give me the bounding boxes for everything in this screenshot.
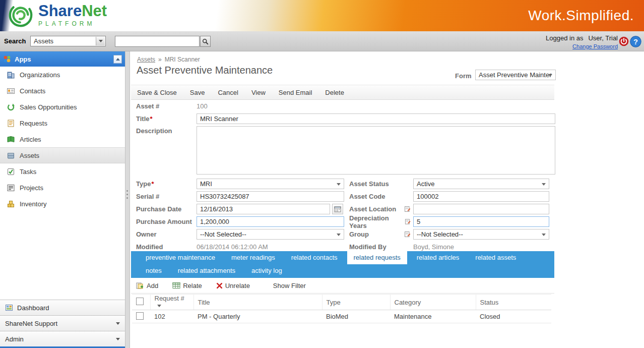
edit-note-icon[interactable] bbox=[405, 218, 411, 225]
logout-power-icon[interactable] bbox=[619, 36, 629, 48]
calendar-icon bbox=[334, 206, 341, 212]
search-input[interactable] bbox=[115, 36, 200, 47]
column-header-status[interactable]: Status bbox=[476, 295, 551, 310]
column-header-category[interactable]: Category bbox=[390, 295, 476, 310]
title-input[interactable] bbox=[197, 113, 555, 124]
sidebar-section-admin[interactable]: Admin bbox=[0, 331, 125, 348]
asset-form: Asset # 100 Title* Description Type* MRI… bbox=[136, 101, 555, 254]
cell-title: PM - Quarterly bbox=[194, 310, 322, 323]
sidebar-item-tasks[interactable]: Tasks bbox=[0, 163, 125, 180]
save-button[interactable]: Save bbox=[190, 89, 205, 96]
select-all-checkbox[interactable] bbox=[136, 298, 144, 305]
relate-button[interactable]: Relate bbox=[172, 282, 202, 289]
view-button[interactable]: View bbox=[251, 89, 266, 96]
tab-related-requests[interactable]: related requests bbox=[347, 251, 407, 264]
tab-related-articles[interactable]: related articles bbox=[410, 251, 466, 264]
edit-note-icon[interactable] bbox=[404, 231, 411, 238]
add-button[interactable]: Add bbox=[136, 282, 158, 289]
sidebar-item-articles[interactable]: Articles bbox=[0, 131, 125, 147]
support-label: ShareNet Support bbox=[5, 320, 57, 327]
asset-code-input[interactable] bbox=[413, 191, 549, 202]
delete-button[interactable]: Delete bbox=[325, 89, 344, 96]
show-filter-button[interactable]: Show Filter bbox=[273, 282, 306, 289]
tab-preventive-maintenance[interactable]: preventive maintenance bbox=[139, 251, 222, 264]
search-icon bbox=[202, 38, 209, 45]
sidebar: Apps Organizations Contacts Sales Opport… bbox=[0, 51, 125, 348]
send-email-button[interactable]: Send Email bbox=[279, 89, 312, 96]
help-icon[interactable]: ? bbox=[630, 36, 641, 49]
table-row[interactable]: 102 PM - Quarterly BioMed Maintenance Cl… bbox=[132, 310, 551, 323]
cell-category: Maintenance bbox=[390, 310, 476, 323]
group-select[interactable]: --Not Selected-- bbox=[413, 229, 549, 240]
modified-label: Modified bbox=[136, 243, 197, 251]
asset-location-input[interactable] bbox=[413, 204, 549, 214]
depreciation-years-input[interactable] bbox=[413, 216, 549, 227]
splitter-handle-icon bbox=[126, 190, 128, 199]
sidebar-item-requests[interactable]: Requests bbox=[0, 115, 125, 131]
chevron-down-icon bbox=[542, 183, 546, 186]
column-header-title[interactable]: Title bbox=[194, 295, 322, 310]
sidebar-section-sharenet-support[interactable]: ShareNet Support bbox=[0, 315, 125, 331]
required-asterisk: * bbox=[150, 115, 153, 123]
tab-related-attachments[interactable]: related attachments bbox=[171, 264, 242, 277]
apps-header[interactable]: Apps bbox=[0, 51, 125, 67]
sidebar-item-inventory[interactable]: Inventory bbox=[0, 196, 125, 212]
asset-code-label: Asset Code bbox=[349, 193, 413, 200]
calendar-button[interactable] bbox=[332, 204, 343, 214]
chevron-down-icon bbox=[96, 37, 105, 45]
tab-related-assets[interactable]: related assets bbox=[469, 251, 523, 264]
sidebar-item-contacts[interactable]: Contacts bbox=[0, 83, 125, 99]
collapse-apps-button[interactable] bbox=[113, 55, 122, 64]
form-picker-label: Form bbox=[455, 72, 472, 80]
cancel-button[interactable]: Cancel bbox=[218, 89, 238, 96]
sidebar-item-label: Assets bbox=[20, 152, 39, 159]
sidebar-item-label: Sales Opportunities bbox=[20, 103, 77, 111]
search-category-value: Assets bbox=[34, 37, 53, 45]
purchase-date-label: Purchase Date bbox=[136, 205, 197, 213]
modified-by-label: Modified By bbox=[349, 243, 413, 251]
tab-notes[interactable]: notes bbox=[139, 264, 168, 277]
form-picker-select[interactable]: Asset Preventive Mainter bbox=[475, 70, 556, 80]
tab-activity-log[interactable]: activity log bbox=[245, 264, 289, 277]
description-textarea[interactable] bbox=[197, 126, 555, 175]
asset-number-value: 100 bbox=[197, 102, 208, 110]
owner-select[interactable]: --Not Selected-- bbox=[197, 229, 344, 240]
type-select[interactable]: MRI bbox=[197, 179, 344, 189]
asset-status-select[interactable]: Active bbox=[413, 179, 549, 189]
chevron-up-icon bbox=[116, 58, 120, 61]
related-requests-grid: Request # Title Type Category Status 102… bbox=[132, 294, 551, 323]
purchase-date-input[interactable] bbox=[197, 204, 330, 214]
search-button[interactable] bbox=[200, 36, 211, 47]
sidebar-item-organizations[interactable]: Organizations bbox=[0, 67, 125, 83]
sidebar-item-label: Articles bbox=[20, 136, 41, 143]
column-header-type[interactable]: Type bbox=[322, 295, 390, 310]
search-category-select[interactable]: Assets bbox=[30, 36, 106, 46]
edit-note-icon[interactable] bbox=[404, 206, 411, 212]
column-header-request-number[interactable]: Request # bbox=[150, 295, 194, 310]
purchase-amount-input[interactable] bbox=[197, 216, 344, 227]
owner-label: Owner bbox=[136, 230, 197, 238]
sidebar-item-assets[interactable]: Assets bbox=[0, 147, 125, 163]
apps-icon bbox=[3, 55, 11, 63]
description-label: Description bbox=[136, 126, 197, 135]
tab-meter-readings[interactable]: meter readings bbox=[225, 251, 282, 264]
dashboard-icon bbox=[5, 304, 13, 312]
asset-number-label: Asset # bbox=[136, 102, 197, 110]
sidebar-item-sales-opportunities[interactable]: Sales Opportunities bbox=[0, 99, 125, 115]
table-header-row: Request # Title Type Category Status bbox=[132, 295, 551, 310]
required-asterisk: * bbox=[151, 180, 154, 188]
sidebar-item-dashboard[interactable]: Dashboard bbox=[0, 300, 125, 315]
contacts-icon bbox=[7, 87, 15, 95]
change-password-link[interactable]: Change Password bbox=[572, 43, 618, 49]
sidebar-item-label: Tasks bbox=[20, 168, 36, 176]
unrelate-button[interactable]: Unrelate bbox=[216, 282, 250, 289]
tab-related-contacts[interactable]: related contacts bbox=[285, 251, 344, 264]
breadcrumb-assets-link[interactable]: Assets bbox=[137, 56, 155, 63]
save-and-close-button[interactable]: Save & Close bbox=[137, 89, 177, 96]
row-checkbox[interactable] bbox=[136, 312, 144, 320]
select-all-header bbox=[132, 295, 150, 310]
serial-input[interactable] bbox=[197, 191, 344, 202]
tagline: Work.Simplified. bbox=[528, 8, 634, 24]
sidebar-splitter[interactable] bbox=[125, 51, 130, 348]
sidebar-item-projects[interactable]: Projects bbox=[0, 180, 125, 196]
